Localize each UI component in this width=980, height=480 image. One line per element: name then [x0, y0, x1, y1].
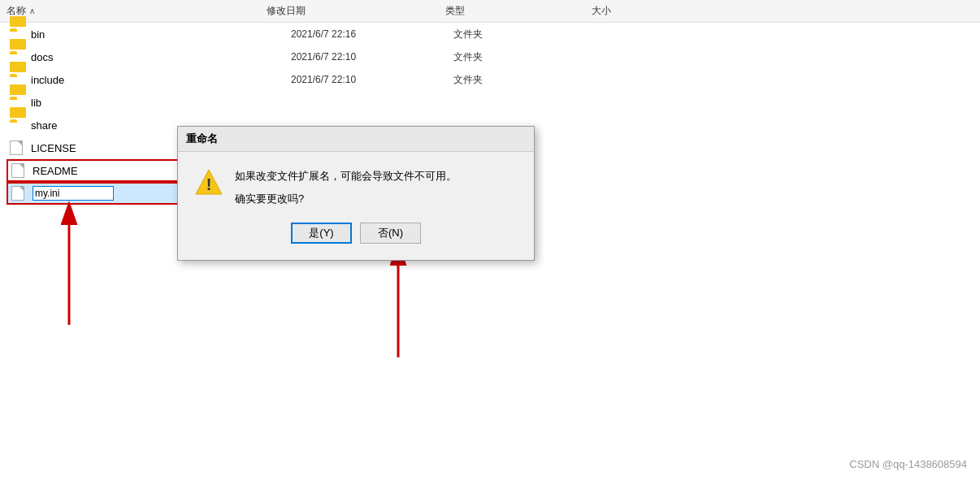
dialog-message-line1: 如果改变文件扩展名，可能会导致文件不可用。 — [235, 168, 457, 184]
file-row-lib[interactable]: lib — [7, 91, 980, 114]
file-date-include: 2021/6/7 22:10 — [291, 74, 405, 85]
column-headers: 名称 ∧ 修改日期 类型 大小 — [0, 0, 980, 23]
file-type-bin: 文件夹 — [453, 28, 518, 41]
file-name-readme: README — [33, 165, 146, 177]
dialog-buttons: 是(Y) 否(N) — [194, 223, 518, 247]
dialog-no-button[interactable]: 否(N) — [360, 223, 421, 244]
dialog-title-bar: 重命名 — [178, 127, 534, 152]
file-name-bin: bin — [31, 28, 145, 41]
file-explorer: 名称 ∧ 修改日期 类型 大小 bin 2021/6/7 22:16 文件夹 d… — [0, 0, 980, 480]
dialog-messages: 如果改变文件扩展名，可能会导致文件不可用。 确实要更改吗? — [235, 168, 457, 206]
folder-icon-share — [10, 118, 26, 132]
file-name-license: LICENSE — [31, 142, 145, 154]
doc-icon-readme — [11, 163, 28, 178]
file-row-include[interactable]: include 2021/6/7 22:10 文件夹 — [7, 68, 980, 91]
dialog-yes-button[interactable]: 是(Y) — [291, 223, 352, 244]
col-size-header: 大小 — [592, 4, 657, 18]
doc-icon-license — [10, 141, 26, 155]
doc-icon-myini — [11, 186, 28, 201]
dialog-content: ! 如果改变文件扩展名，可能会导致文件不可用。 确实要更改吗? 是(Y) 否(N… — [178, 152, 534, 260]
file-name-include: include — [31, 74, 145, 86]
file-date-docs: 2021/6/7 22:10 — [291, 51, 405, 63]
rename-dialog: 重命名 ! 如果改变文件扩展名，可能会导致文件不可用。 确实要更改吗? 是(Y)… — [177, 126, 535, 261]
dialog-message-row: ! 如果改变文件扩展名，可能会导致文件不可用。 确实要更改吗? — [194, 168, 518, 206]
file-date-bin: 2021/6/7 22:16 — [291, 28, 405, 40]
col-type-header: 类型 — [445, 4, 527, 18]
col-date-header: 修改日期 — [267, 4, 397, 18]
col-name-header: 名称 ∧ — [7, 4, 169, 18]
warning-icon: ! — [194, 168, 223, 197]
file-row-bin[interactable]: bin 2021/6/7 22:16 文件夹 — [7, 23, 980, 45]
file-row-docs[interactable]: docs 2021/6/7 22:10 文件夹 — [7, 45, 980, 68]
file-name-input-myini[interactable] — [33, 186, 114, 201]
file-name-docs: docs — [31, 51, 145, 63]
svg-text:!: ! — [206, 175, 212, 193]
file-type-docs: 文件夹 — [453, 50, 518, 64]
sort-arrow: ∧ — [29, 6, 35, 15]
file-name-share: share — [31, 119, 145, 132]
dialog-message-line2: 确实要更改吗? — [235, 191, 457, 207]
file-name-lib: lib — [31, 97, 145, 109]
dialog-title: 重命名 — [186, 132, 218, 146]
watermark: CSDN @qq-1438608594 — [849, 458, 967, 470]
file-type-include: 文件夹 — [453, 73, 518, 87]
